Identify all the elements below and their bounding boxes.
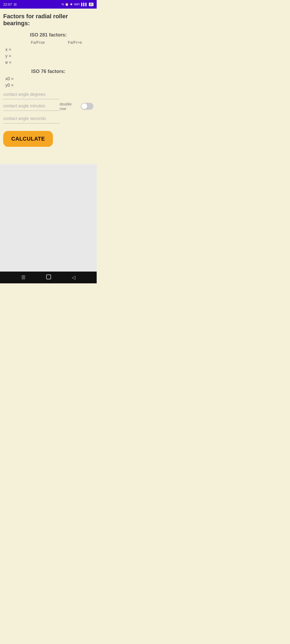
minutes-input-group	[3, 101, 60, 111]
back-icon[interactable]: ◁	[72, 275, 75, 280]
y-label: y =	[5, 54, 19, 58]
home-icon[interactable]	[46, 275, 51, 280]
fa-fr-le-header: Fa/Fr≤e	[31, 40, 45, 45]
y-row: y =	[3, 54, 93, 58]
home-square-icon	[46, 275, 51, 279]
x0-row: x0 =	[3, 76, 93, 81]
iso281-title: ISO 281 factors:	[3, 32, 93, 38]
bluetooth-icon: ✱	[70, 3, 73, 6]
degrees-input[interactable]	[3, 90, 60, 99]
double-row-toggle-container: double row	[60, 102, 93, 111]
iso76-section: ISO 76 factors: x0 = y0 =	[3, 69, 93, 88]
iso281-section: ISO 281 factors: Fa/Fr≤e Fa/Fr>e x = y =…	[3, 32, 93, 65]
seconds-input[interactable]	[3, 114, 60, 123]
time: 22:07	[3, 2, 12, 6]
x-row: x =	[3, 47, 93, 52]
double-row-toggle[interactable]	[81, 103, 93, 110]
degrees-input-group	[3, 90, 93, 99]
e-row: e =	[3, 60, 93, 65]
x-label: x =	[5, 47, 19, 52]
lower-section	[0, 164, 97, 272]
battery-icon: 21	[89, 3, 93, 6]
status-bar: 22:07 ⊟ N ⏰ ✱ WiFi ▌▌▌ 21	[0, 0, 97, 9]
y0-label: y0 =	[5, 83, 19, 88]
wifi-icon: WiFi	[74, 3, 80, 6]
factors-header: Fa/Fr≤e Fa/Fr>e	[19, 40, 93, 45]
minutes-row: double row	[3, 101, 93, 111]
e-label: e =	[5, 60, 19, 65]
nfc-icon: N	[62, 3, 64, 6]
signal-icon: ▌▌▌	[81, 3, 87, 6]
toggle-slider	[81, 103, 93, 110]
nav-bar: ☰ ◁	[0, 272, 97, 283]
menu-icon[interactable]: ☰	[21, 275, 26, 280]
minutes-input[interactable]	[3, 101, 60, 111]
seconds-input-group	[3, 114, 93, 123]
y0-row: y0 =	[3, 83, 93, 88]
iso76-title: ISO 76 factors:	[3, 69, 93, 74]
x0-label: x0 =	[5, 76, 19, 81]
status-right: N ⏰ ✱ WiFi ▌▌▌ 21	[62, 3, 93, 6]
sim-icon: ⊟	[14, 2, 17, 6]
alarm-icon: ⏰	[65, 3, 69, 6]
main-content: Factors for radial roller bearings: ISO …	[0, 9, 97, 164]
status-left: 22:07 ⊟	[3, 2, 17, 6]
page-title: Factors for radial roller bearings:	[3, 13, 93, 27]
fa-fr-gt-header: Fa/Fr>e	[68, 40, 82, 45]
calculate-button[interactable]: CALCULATE	[3, 131, 53, 147]
double-row-label: double row	[60, 102, 79, 111]
